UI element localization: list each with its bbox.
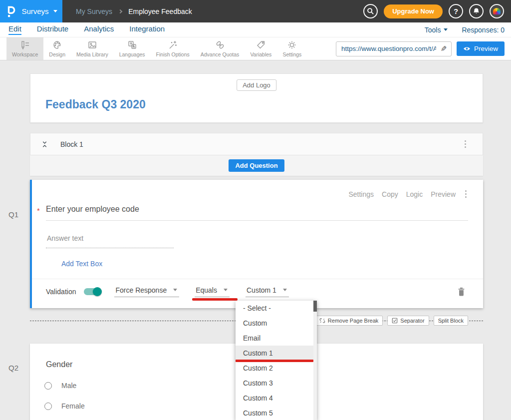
toolbar-item-label: Advance Quotas <box>201 51 240 57</box>
nav-tab[interactable]: Analytics <box>84 24 114 35</box>
toolbar-item[interactable]: Advance Quotas <box>195 37 245 60</box>
split-block-button[interactable]: Split Block <box>434 316 468 326</box>
separator-label: Separator <box>400 318 424 324</box>
dropdown-option[interactable]: Custom 5 <box>236 406 313 420</box>
toggle-knob <box>93 287 102 296</box>
question-toolbar-action[interactable]: Logic <box>406 190 423 198</box>
remove-page-break-button[interactable]: Remove Page Break <box>315 316 383 326</box>
dropdown-option[interactable]: - Select - <box>236 301 313 316</box>
breadcrumb-parent[interactable]: My Surveys <box>76 7 112 15</box>
main-nav: Edit Distribute Analytics Integration To… <box>0 22 511 37</box>
toolbar-item-icon <box>287 40 297 50</box>
nav-tabs: Edit Distribute Analytics Integration <box>8 24 180 35</box>
dropdown-option[interactable]: Custom 4 <box>236 391 313 406</box>
toolbar-item[interactable]: Variables <box>245 37 277 60</box>
scrollbar-thumb[interactable] <box>313 301 317 312</box>
delete-question-button[interactable] <box>458 287 465 296</box>
edit-url-pencil-icon[interactable] <box>436 44 451 53</box>
block-menu-kebab-icon[interactable] <box>463 139 468 149</box>
question-toolbar-action[interactable]: Copy <box>382 190 398 198</box>
nav-tab[interactable]: Distribute <box>37 24 68 35</box>
preview-button-label: Preview <box>474 45 498 52</box>
validation-toggle[interactable] <box>84 288 101 295</box>
question-number: Q1 <box>8 210 18 219</box>
nav-tab[interactable]: Edit <box>8 24 21 35</box>
tools-menu-label: Tools <box>425 26 441 34</box>
nav-right: Tools Responses: 0 <box>425 26 511 34</box>
preview-button[interactable]: Preview <box>457 41 505 56</box>
nav-tab[interactable]: Integration <box>129 24 165 35</box>
toolbar-item[interactable]: Design <box>43 37 71 60</box>
add-text-box-link[interactable]: Add Text Box <box>61 260 102 268</box>
question-toolbar-action[interactable]: Preview <box>431 190 456 198</box>
toolbar-item-label: Finish Options <box>156 51 190 57</box>
toolbar-item[interactable]: Finish Options <box>151 37 195 60</box>
question-mark-icon: ? <box>454 7 458 15</box>
toolbar-item[interactable]: Settings <box>277 37 307 60</box>
survey-header-card: Add Logo Feedback Q3 2020 <box>30 73 483 123</box>
add-question-strip: Add Question <box>30 155 483 176</box>
validation-type-dropdown[interactable]: Custom 1 <box>246 286 289 297</box>
toolbar-item-icon <box>87 40 97 50</box>
question-menu-kebab-icon[interactable] <box>464 189 468 199</box>
dropdown-option[interactable]: Custom 3 <box>236 376 313 391</box>
help-button[interactable]: ? <box>449 4 463 18</box>
responses-counter[interactable]: Responses: 0 <box>462 26 505 34</box>
chevron-right-icon <box>118 9 122 13</box>
dropdown-option[interactable]: Custom 1 <box>236 346 313 361</box>
toolbar-items: Workspace Design Media Library Languages <box>6 37 307 60</box>
toolbar-item[interactable]: Workspace <box>6 37 43 60</box>
operator-dropdown[interactable]: Equals <box>195 286 230 297</box>
chevron-down-icon <box>53 10 57 12</box>
breadcrumb-current: Employee Feedback <box>128 7 192 15</box>
toolbar-item-label: Workspace <box>12 51 38 57</box>
account-avatar[interactable] <box>490 4 504 18</box>
dropdown-scrollbar[interactable] <box>313 301 317 420</box>
toolbar-item[interactable]: Languages <box>114 37 151 60</box>
notifications-button[interactable] <box>469 4 484 18</box>
broken-link-icon <box>319 318 325 324</box>
collapse-block-icon[interactable] <box>41 141 48 148</box>
upgrade-now-button[interactable]: Upgrade Now <box>384 4 443 18</box>
avatar-logo-icon <box>493 8 501 14</box>
dropdown-option[interactable]: Custom <box>236 316 313 331</box>
toolbar-item-label: Media Library <box>76 51 108 57</box>
chevron-down-icon <box>224 289 228 291</box>
toolbar-item-label: Design <box>49 51 65 57</box>
toolbar-item-label: Variables <box>250 51 271 57</box>
question-1-wrapper: Q1 SettingsCopyLogicPreview * Enter your… <box>30 180 511 308</box>
validation-label: Validation <box>46 288 76 296</box>
toolbar-item[interactable]: Media Library <box>71 37 114 60</box>
survey-url-input[interactable] <box>336 45 436 52</box>
search-button[interactable] <box>363 4 378 18</box>
add-logo-button[interactable]: Add Logo <box>237 79 276 91</box>
toolbar-item-icon <box>256 40 266 50</box>
block-title[interactable]: Block 1 <box>60 140 83 148</box>
radio-button[interactable] <box>44 403 52 410</box>
top-actions: Upgrade Now ? <box>363 4 511 18</box>
force-response-dropdown[interactable]: Force Response <box>114 286 179 297</box>
validation-type-value: Custom 1 <box>247 286 276 294</box>
question-1-card: SettingsCopyLogicPreview * Enter your em… <box>30 180 483 308</box>
eye-icon <box>463 46 471 51</box>
add-question-button[interactable]: Add Question <box>229 159 284 172</box>
toolbar-item-icon <box>52 40 62 50</box>
required-marker: * <box>37 205 46 221</box>
product-menu[interactable]: Surveys <box>0 0 62 22</box>
question-text[interactable]: Enter your employee code <box>46 205 468 221</box>
answer-text-input[interactable] <box>46 234 174 248</box>
question-toolbar-action[interactable]: Settings <box>348 190 374 198</box>
separator-button[interactable]: Separator <box>387 316 429 326</box>
toolbar-item-icon <box>20 40 30 50</box>
dropdown-option[interactable]: Email <box>236 331 313 346</box>
survey-url-group <box>336 41 452 56</box>
checkbox-checked-icon <box>392 318 398 324</box>
editor-toolbar: Workspace Design Media Library Languages <box>0 37 511 60</box>
toolbar-item-icon <box>168 40 178 50</box>
validation-type-dropdown-menu: - Select - Custom Email Custom 1 Custom … <box>236 301 317 420</box>
radio-button[interactable] <box>44 382 52 390</box>
dropdown-option[interactable]: Custom 2 <box>236 361 313 376</box>
tools-menu[interactable]: Tools <box>425 26 448 34</box>
split-block-label: Split Block <box>438 318 464 324</box>
survey-title[interactable]: Feedback Q3 2020 <box>45 98 146 111</box>
